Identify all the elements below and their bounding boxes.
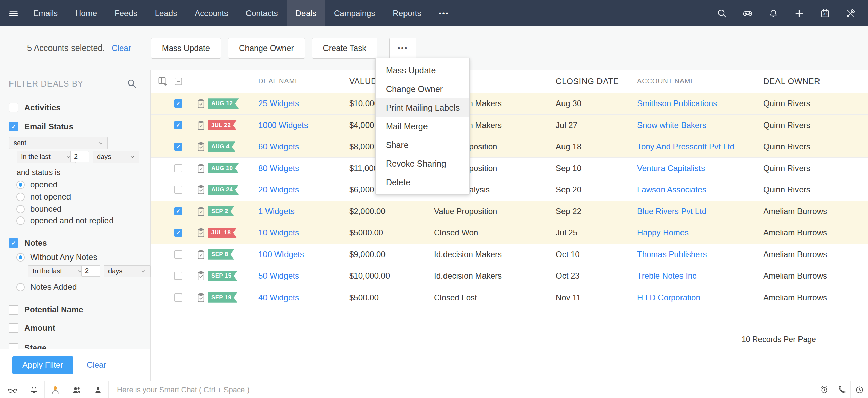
glasses-icon[interactable] [2, 381, 23, 398]
filter-amount[interactable]: Amount [9, 323, 55, 333]
header-deal-owner[interactable]: DEAL OWNER [763, 77, 868, 86]
bounced-radio[interactable] [16, 205, 25, 213]
potential-name-checkbox[interactable] [9, 305, 18, 315]
row-checkbox[interactable] [174, 99, 182, 108]
table-row[interactable]: AUG 10 80 Widgets $11,000.00 Value Propo… [151, 158, 868, 179]
table-row[interactable]: JUL 22 1000 Widgets $4,000.00 Id.decisio… [151, 115, 868, 136]
nav-item[interactable]: Emails [24, 0, 66, 26]
deal-name-link[interactable]: 1 Widgets [258, 207, 295, 216]
notes-checkbox[interactable] [9, 238, 18, 248]
task-clipboard-icon[interactable] [196, 228, 208, 238]
clear-selection-link[interactable]: Clear [112, 43, 131, 53]
task-clipboard-icon[interactable] [196, 206, 208, 216]
nav-item[interactable]: Feeds [106, 0, 146, 26]
deal-name-link[interactable]: 1000 Widgets [258, 120, 308, 130]
row-checkbox[interactable] [174, 143, 182, 151]
row-checkbox[interactable] [174, 229, 182, 237]
radio-opened-not-replied[interactable]: opened and not replied [16, 216, 114, 225]
table-row[interactable]: AUG 4 60 Widgets $8,000.00 Value Proposi… [151, 136, 868, 158]
task-clipboard-icon[interactable] [196, 292, 208, 303]
task-clipboard-icon[interactable] [196, 163, 208, 173]
account-name-link[interactable]: H I D Corporation [637, 293, 701, 302]
filter-notes[interactable]: Notes [9, 238, 47, 248]
account-name-link[interactable]: Ventura Capitalists [637, 164, 705, 173]
not-opened-radio[interactable] [16, 193, 25, 201]
radio-opened[interactable]: opened [16, 180, 57, 189]
hamburger-menu-icon[interactable] [8, 0, 20, 26]
row-checkbox[interactable] [174, 164, 182, 172]
history-clock-icon[interactable] [850, 381, 868, 398]
task-clipboard-icon[interactable] [196, 249, 208, 260]
nav-item[interactable]: Accounts [186, 0, 237, 26]
task-clipboard-icon[interactable] [196, 120, 208, 130]
task-clipboard-icon[interactable] [196, 271, 208, 281]
support-alarm-icon[interactable] [815, 381, 833, 398]
notes-range-value-input[interactable] [81, 265, 100, 277]
row-checkbox[interactable] [174, 186, 182, 194]
deal-name-link[interactable]: 80 Widgets [258, 164, 299, 173]
header-deal-name[interactable]: DEAL NAME [258, 77, 349, 85]
row-checkbox[interactable] [174, 272, 182, 280]
nav-item[interactable]: Reports [384, 0, 430, 26]
menu-item[interactable]: Change Owner [376, 80, 469, 98]
user-presence-icon[interactable] [45, 381, 66, 398]
filter-activities[interactable]: Activities [9, 103, 61, 112]
gamepad-icon[interactable] [743, 8, 753, 18]
add-column-icon[interactable] [157, 76, 168, 87]
deal-name-link[interactable]: 10 Widgets [258, 228, 299, 237]
row-checkbox[interactable] [174, 207, 182, 215]
notes-range-select[interactable]: In the last [28, 265, 87, 277]
account-name-link[interactable]: Happy Homes [637, 228, 689, 237]
header-account-name[interactable]: ACCOUNT NAME [637, 77, 763, 85]
row-checkbox[interactable] [174, 250, 182, 259]
notifications-bell-icon[interactable] [23, 381, 45, 398]
activities-checkbox[interactable] [9, 103, 18, 112]
row-checkbox[interactable] [174, 121, 182, 129]
email-range-select[interactable]: In the last [17, 151, 76, 163]
account-name-link[interactable]: Thomas Publishers [637, 250, 707, 259]
task-clipboard-icon[interactable] [196, 141, 208, 152]
account-name-link[interactable]: Snow white Bakers [637, 120, 706, 130]
deal-name-link[interactable]: 40 Widgets [258, 293, 299, 302]
select-all-checkbox[interactable] [174, 77, 182, 86]
call-phone-icon[interactable] [833, 381, 850, 398]
deal-name-link[interactable]: 60 Widgets [258, 142, 299, 151]
task-clipboard-icon[interactable] [196, 98, 208, 109]
menu-item[interactable]: Print Mailing Labels [376, 98, 469, 117]
table-row[interactable]: JUL 18 10 Widgets $5000.00 Closed Won Ju… [151, 222, 868, 244]
menu-item[interactable]: Delete [376, 173, 469, 192]
table-row[interactable]: SEP 8 100 WIdgets $9,000.00 Id.decision … [151, 244, 868, 266]
bulk-action-button[interactable]: Create Task [312, 38, 378, 59]
account-name-link[interactable]: Blue Rivers Pvt Ltd [637, 207, 706, 216]
nav-item[interactable]: Home [66, 0, 106, 26]
deal-name-link[interactable]: 20 Widgets [258, 185, 299, 194]
amount-checkbox[interactable] [9, 323, 18, 333]
account-name-link[interactable]: Treble Notes Inc [637, 271, 696, 280]
nav-overflow-button[interactable]: ••• [430, 0, 458, 26]
email-status-checkbox[interactable] [9, 122, 18, 131]
opened-radio[interactable] [16, 181, 25, 189]
menu-item[interactable]: Revoke Sharing [376, 154, 469, 173]
menu-item[interactable]: Mass Update [376, 61, 469, 80]
menu-item[interactable]: Mail Merge [376, 117, 469, 136]
records-per-page-select[interactable]: 10 Records Per Page [736, 331, 828, 347]
nav-item[interactable]: Contacts [237, 0, 287, 26]
notes-range-unit-select[interactable]: days [104, 265, 151, 277]
radio-bounced[interactable]: bounced [16, 204, 61, 214]
nav-item[interactable]: Leads [146, 0, 186, 26]
smart-chat-input[interactable] [109, 381, 815, 398]
deal-name-link[interactable]: 50 Widgets [258, 271, 299, 280]
filter-potential-name[interactable]: Potential Name [9, 305, 83, 315]
deal-name-link[interactable]: 25 Widgets [258, 99, 299, 108]
clear-filter-link[interactable]: Clear [87, 356, 106, 374]
email-range-unit-select[interactable]: days [93, 151, 139, 163]
menu-item[interactable]: Share [376, 136, 469, 154]
task-clipboard-icon[interactable] [196, 185, 208, 195]
search-icon[interactable] [717, 8, 727, 18]
table-row[interactable]: AUG 24 20 Widgets $6,000.00 Needs Analys… [151, 179, 868, 201]
filter-email-status[interactable]: Email Status [9, 122, 73, 131]
table-row[interactable]: SEP 19 40 Widgets $500.00 Closed Lost No… [151, 287, 868, 309]
notifications-bell-icon[interactable] [768, 8, 778, 18]
opened-not-replied-radio[interactable] [16, 216, 25, 225]
table-row[interactable]: AUG 12 25 Widgets $10,000.00 Id.decision… [151, 93, 868, 115]
